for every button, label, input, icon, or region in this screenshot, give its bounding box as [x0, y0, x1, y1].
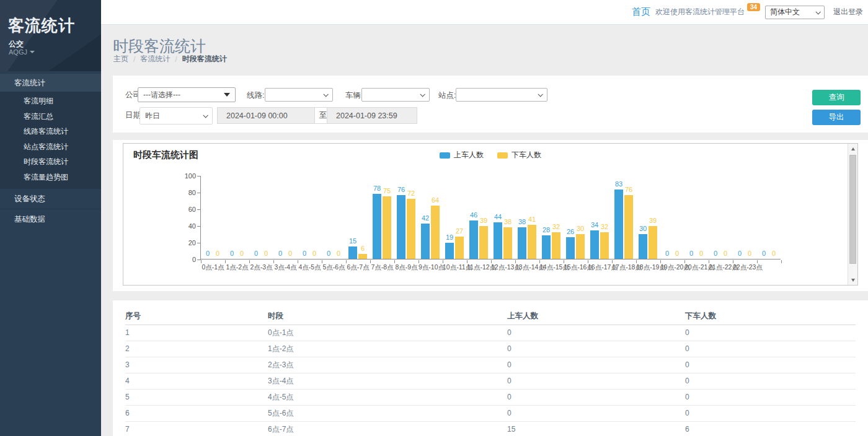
table-cell: 6点-7点 — [268, 421, 507, 436]
scroll-down-arrow[interactable] — [848, 275, 858, 285]
y-axis-tick-mark — [197, 226, 201, 227]
y-axis-tick-label: 80 — [174, 189, 196, 196]
bar — [358, 254, 367, 259]
x-axis-tick-mark — [781, 260, 782, 263]
line-select[interactable] — [265, 88, 333, 102]
bar-value-label: 0 — [232, 250, 252, 257]
bar — [383, 196, 391, 259]
bar-value-label: 0 — [667, 250, 687, 257]
table-cell: 0 — [507, 325, 685, 341]
y-axis-tick-mark — [197, 176, 201, 177]
chevron-down-icon — [815, 9, 820, 14]
legend-item-0[interactable]: 上车人数 — [440, 150, 484, 160]
table-row: 32点-3点00 — [125, 357, 856, 373]
x-axis-tick-label: 3点-4点 — [273, 263, 298, 272]
table-cell: 1点-2点 — [268, 341, 507, 357]
table-cell: 6 — [685, 421, 856, 436]
language-select[interactable]: 简体中文 — [765, 6, 825, 19]
date-preset-value: 昨日 — [145, 111, 160, 121]
table-row: 54点-5点00 — [125, 389, 856, 405]
chevron-down-icon — [420, 92, 425, 97]
scrollbar-thumb[interactable] — [849, 155, 856, 264]
bar-value-label: 0 — [256, 250, 276, 257]
table-header-row: 序号时段上车人数下车人数 — [125, 308, 856, 325]
bar-value-label: 32 — [595, 223, 614, 230]
legend-item-1[interactable]: 下车人数 — [497, 150, 541, 160]
bar-value-label: 76 — [619, 186, 639, 193]
legend-label: 下车人数 — [512, 150, 541, 160]
table-header-1: 时段 — [268, 308, 507, 325]
table-cell: 15 — [507, 421, 685, 436]
table-cell: 0 — [685, 325, 856, 341]
legend-label: 上车人数 — [454, 150, 484, 160]
date-preset-select[interactable]: 昨日 — [140, 107, 213, 124]
x-axis-tick-label: 1点-2点 — [225, 263, 249, 272]
x-axis-tick-label: 12点-13点 — [491, 263, 515, 272]
vehicle-select[interactable] — [361, 88, 430, 102]
query-button[interactable]: 查询 — [812, 90, 861, 105]
breadcrumb-separator: / — [175, 55, 177, 64]
breadcrumb-item-1[interactable]: 客流统计 — [140, 54, 170, 64]
chevron-down-icon — [203, 113, 208, 118]
vertical-scrollbar[interactable] — [848, 144, 857, 285]
x-axis-tick-label: 11点-12点 — [467, 263, 491, 272]
bar-value-label: 0 — [740, 250, 760, 257]
org-selector[interactable]: AQGJ — [9, 48, 35, 56]
line-label: 线路: — [247, 88, 264, 103]
sidebar-item-passenger-stats[interactable]: 客流统计 — [0, 73, 101, 92]
date-end-input[interactable]: 2024-01-09 23:59 — [327, 107, 417, 124]
table-cell: 4点-5点 — [268, 389, 507, 405]
app-title: 客流统计 — [8, 15, 75, 37]
notification-badge[interactable]: 34 — [747, 3, 760, 11]
bar-value-label: 64 — [425, 196, 445, 204]
bar-value-label: 15 — [343, 237, 363, 245]
table-cell: 0 — [507, 357, 685, 373]
bar — [590, 230, 599, 259]
sidebar: 客流统计 公交 AQGJ 客流统计 客流明细客流汇总线路客流统计站点客流统计时段… — [0, 0, 101, 436]
table-cell: 0 — [685, 373, 856, 389]
table-cell: 2点-3点 — [268, 357, 507, 373]
bar — [566, 237, 575, 259]
bar-value-label: 72 — [401, 190, 421, 197]
company-select[interactable]: ---请选择--- — [138, 87, 236, 102]
sidebar-subitem-2[interactable]: 线路客流统计 — [0, 124, 101, 139]
table-cell: 1 — [125, 325, 268, 341]
y-axis-tick-mark — [197, 243, 201, 243]
sidebar-subitem-1[interactable]: 客流汇总 — [0, 109, 101, 124]
sidebar-subitem-3[interactable]: 站点客流统计 — [0, 139, 101, 155]
sidebar-subitem-0[interactable]: 客流明细 — [0, 94, 101, 109]
breadcrumb-item-2: 时段客流统计 — [182, 54, 227, 64]
table-cell: 0 — [507, 389, 685, 405]
language-value: 简体中文 — [770, 7, 800, 17]
x-axis-tick-label: 16点-17点 — [588, 263, 612, 272]
table-cell: 7 — [125, 421, 268, 436]
table-cell: 0 — [685, 357, 856, 373]
station-select[interactable] — [456, 88, 547, 102]
bar — [518, 227, 526, 259]
bar-value-label: 27 — [450, 227, 469, 235]
sidebar-subitem-4[interactable]: 时段客流统计 — [0, 154, 101, 170]
sidebar-section-0[interactable]: 设备状态 — [0, 188, 101, 209]
home-link[interactable]: 首页 — [632, 6, 650, 18]
bar-value-label: 0 — [691, 250, 711, 257]
table-cell: 0 — [685, 341, 856, 357]
sidebar-section-1[interactable]: 基础数据 — [0, 209, 101, 229]
sidebar-subitem-5[interactable]: 客流量趋势图 — [0, 170, 101, 185]
breadcrumb-item-0[interactable]: 主页 — [113, 54, 128, 64]
y-axis-tick-mark — [197, 193, 201, 193]
x-axis-tick-label: 8点-9点 — [394, 263, 418, 272]
table-cell: 3点-4点 — [268, 373, 507, 389]
date-start-input[interactable]: 2024-01-09 00:00 — [217, 107, 315, 124]
bar — [503, 227, 512, 259]
y-axis-tick-label: 20 — [174, 239, 196, 246]
bar-value-label: 0 — [304, 250, 324, 257]
bar-value-label: 0 — [715, 250, 735, 257]
x-axis-tick-label: 6点-7点 — [346, 263, 370, 272]
sidebar-menu: 客流统计 客流明细客流汇总线路客流统计站点客流统计时段客流统计客流量趋势图 设备… — [0, 73, 101, 229]
logout-link[interactable]: 退出登录 — [833, 7, 863, 17]
export-button[interactable]: 导出 — [812, 110, 861, 125]
bar — [373, 194, 381, 259]
scroll-up-arrow[interactable] — [848, 144, 858, 154]
table-cell: 0 — [507, 341, 685, 357]
y-axis-tick-label: 60 — [174, 206, 196, 213]
